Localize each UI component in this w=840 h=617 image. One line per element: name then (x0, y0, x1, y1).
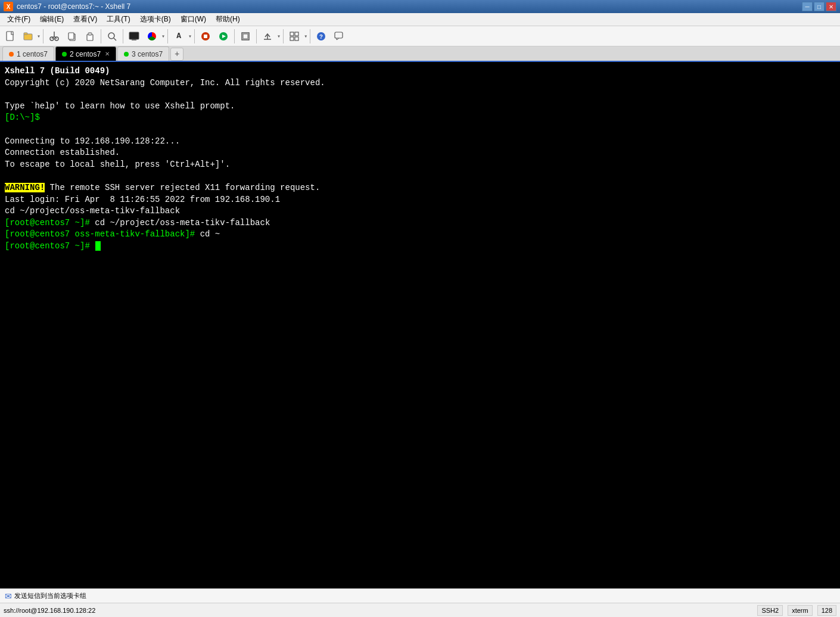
toolbar-separator-5 (194, 29, 195, 43)
open-button[interactable] (20, 28, 37, 45)
terminal-line-11: WARNING! The remote SSH server rejected … (5, 182, 835, 194)
svg-rect-26 (295, 32, 298, 36)
status-bar: ssh://root@192.168.190.128:22 SSH2 xterm… (0, 603, 840, 617)
connect-button[interactable] (126, 28, 142, 45)
chat-button[interactable] (331, 28, 347, 45)
svg-point-12 (108, 33, 114, 39)
toolbar: ▾ ▾ A ▾ ▾ ▾ ? (0, 26, 840, 46)
toolbar-separator-9 (310, 29, 310, 43)
svg-rect-18 (204, 35, 207, 38)
terminal-line-14: [root@centos7 ~]# cd ~/project/oss-meta-… (5, 217, 835, 229)
terminal-line-12: Last login: Fri Apr 8 11:26:55 2022 from… (5, 194, 835, 206)
terminal-line-7: Connecting to 192.168.190.128:22... (5, 136, 835, 148)
svg-rect-28 (295, 37, 298, 40)
bottom-message-bar: ✉ 发送短信到当前选项卡组 (0, 588, 840, 603)
terminal-line-4: Type `help' to learn how to use Xshell p… (5, 101, 835, 113)
menu-window[interactable]: 窗口(W) (176, 13, 211, 26)
stop-button[interactable] (197, 28, 214, 45)
toolbar-separator-6 (234, 29, 235, 43)
menu-edit[interactable]: 编辑(E) (35, 13, 69, 26)
terminal-line-10 (5, 170, 835, 182)
tab-1-indicator (9, 52, 14, 57)
help-button[interactable]: ? (313, 28, 329, 45)
tab-1-label: 1 centos7 (17, 50, 48, 58)
terminal-line-3 (5, 89, 835, 101)
terminal-line-6 (5, 124, 835, 136)
svg-rect-25 (290, 32, 294, 36)
svg-rect-14 (129, 32, 139, 39)
terminal-area[interactable]: Xshell 7 (Build 0049) Copyright (c) 2020… (0, 62, 840, 588)
menu-file[interactable]: 文件(F) (2, 13, 35, 26)
terminal-line-16: [root@centos7 ~]# (5, 241, 835, 253)
fullscreen-button[interactable] (237, 28, 254, 45)
svg-rect-9 (69, 33, 74, 39)
bottom-message: 发送短信到当前选项卡组 (14, 591, 86, 600)
terminal-line-13: cd ~/project/oss-meta-tikv-fallback (5, 205, 835, 217)
warning-badge: WARNING! (5, 183, 45, 192)
tab-2-label: 2 centos7 (70, 50, 101, 58)
status-right: SSH2 xterm 128 (757, 605, 836, 616)
app-icon: X (4, 2, 13, 11)
status-width: 128 (817, 605, 836, 616)
svg-rect-2 (24, 33, 27, 35)
status-left: ssh://root@192.168.190.128:22 (4, 607, 757, 614)
toolbar-separator-8 (283, 29, 284, 43)
menu-tools[interactable]: 工具(T) (102, 13, 135, 26)
find-button[interactable] (104, 28, 120, 45)
toolbar-separator-3 (123, 29, 123, 43)
terminal-line-2: Copyright (c) 2020 NetSarang Computer, I… (5, 77, 835, 89)
font-button[interactable]: A (170, 28, 187, 45)
tab-2[interactable]: 2 centos7 ✕ (55, 46, 116, 61)
tab-add-button[interactable]: + (170, 48, 183, 61)
status-xterm: xterm (788, 605, 813, 616)
tab-1[interactable]: 1 centos7 (2, 46, 54, 61)
maximize-button[interactable]: □ (814, 2, 825, 11)
window-controls: ─ □ ✕ (802, 2, 836, 11)
menu-bar: 文件(F) 编辑(E) 查看(V) 工具(T) 选项卡(B) 窗口(W) 帮助(… (0, 13, 840, 26)
svg-rect-0 (7, 32, 13, 40)
message-icon: ✉ (5, 591, 12, 601)
terminal-line-5: [D:\~]$ (5, 112, 835, 124)
status-ssh-url: ssh://root@192.168.190.128:22 (4, 607, 95, 614)
tab-2-close[interactable]: ✕ (105, 51, 110, 57)
toolbar-separator-7 (256, 29, 257, 43)
tabs-bar: 1 centos7 2 centos7 ✕ 3 centos7 + (0, 46, 840, 62)
svg-text:?: ? (319, 34, 323, 40)
tab-3-label: 3 centos7 (132, 50, 163, 58)
menu-help[interactable]: 帮助(H) (211, 13, 245, 26)
toolbar-separator-4 (167, 29, 168, 43)
cut-button[interactable] (46, 28, 63, 45)
cursor (95, 241, 101, 251)
svg-rect-22 (243, 34, 248, 39)
toolbar-separator-1 (43, 29, 43, 43)
tab-3[interactable]: 3 centos7 (117, 46, 169, 61)
terminal-line-1: Xshell 7 (Build 0049) (5, 66, 835, 77)
new-button[interactable] (2, 28, 19, 45)
svg-line-13 (114, 38, 116, 40)
toolbar-separator-2 (101, 29, 101, 43)
status-ssh2: SSH2 (757, 605, 783, 616)
svg-rect-27 (290, 37, 294, 40)
tab-3-indicator (124, 52, 129, 57)
terminal-line-8: Connection established. (5, 147, 835, 159)
layout-button[interactable] (286, 28, 303, 45)
close-button[interactable]: ✕ (826, 2, 836, 11)
minimize-button[interactable]: ─ (802, 2, 813, 11)
title-bar: X centos7 - root@centos7:~ - Xshell 7 ─ … (0, 0, 840, 13)
tab-2-indicator (62, 52, 67, 57)
record-button[interactable] (215, 28, 232, 45)
menu-view[interactable]: 查看(V) (69, 13, 102, 26)
terminal-line-15: [root@centos7 oss-meta-tikv-fallback]# c… (5, 229, 835, 241)
disconnect-button[interactable] (259, 28, 276, 45)
copy-button[interactable] (64, 28, 80, 45)
paste-button[interactable] (82, 28, 98, 45)
window-title: centos7 - root@centos7:~ - Xshell 7 (17, 2, 802, 11)
terminal-line-9: To escape to local shell, press 'Ctrl+Al… (5, 159, 835, 171)
color-button[interactable] (144, 28, 160, 45)
menu-tabs[interactable]: 选项卡(B) (135, 13, 176, 26)
svg-rect-31 (335, 32, 343, 38)
svg-rect-11 (88, 33, 92, 35)
